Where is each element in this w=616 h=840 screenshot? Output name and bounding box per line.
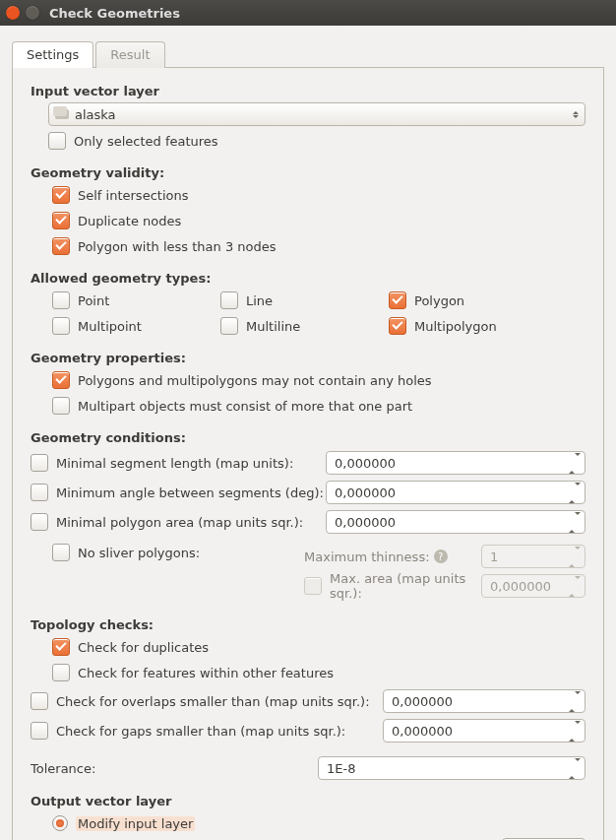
self-intersections-label: Self intersections [78,188,188,203]
min-area-checkbox[interactable] [31,513,48,531]
multipolygon-checkbox[interactable] [389,317,406,335]
no-sliver-checkbox[interactable] [52,544,70,561]
min-segment-label: Minimal segment length (map units): [56,456,293,471]
line-checkbox[interactable] [220,291,238,309]
duplicates-label: Check for duplicates [78,640,209,655]
tab-settings[interactable]: Settings [12,41,93,68]
duplicate-nodes-checkbox[interactable] [52,212,70,229]
max-area-spin: 0,000000 [481,574,585,598]
polygon-lt3-label: Polygon with less than 3 nodes [78,239,277,254]
self-intersections-checkbox[interactable] [52,186,70,204]
input-layer-combo[interactable]: alaska [48,102,585,126]
only-selected-checkbox[interactable] [48,132,66,150]
modify-input-label: Modify input layer [76,816,195,831]
gaps-label: Check for gaps smaller than (map units s… [56,724,345,739]
polygon-checkbox[interactable] [389,291,406,309]
multipart-label: Multipart objects must consist of more t… [78,399,412,414]
gaps-spin[interactable]: 0,000000 [383,719,585,743]
layer-icon [55,109,69,119]
dropdown-handle-icon [571,111,581,118]
max-area-label: Max. area (map units sqr.): [330,571,481,601]
section-output: Output vector layer [31,794,585,808]
multiline-label: Multiline [246,319,300,334]
max-area-checkbox [304,577,322,595]
point-label: Point [78,293,109,308]
min-angle-label: Minimum angle between segments (deg): [56,485,324,500]
section-topology: Topology checks: [31,617,585,632]
line-label: Line [246,293,273,308]
multipart-checkbox[interactable] [52,397,70,415]
section-input-layer: Input vector layer [31,84,585,98]
min-segment-spin[interactable]: 0,000000 [326,451,585,475]
help-icon[interactable]: ? [434,549,448,563]
overlaps-checkbox[interactable] [31,692,48,710]
modify-input-radio[interactable] [52,815,68,831]
titlebar: Check Geometries [0,0,616,26]
window-title: Check Geometries [49,6,180,21]
duplicate-nodes-label: Duplicate nodes [78,214,181,228]
settings-panel: Input vector layer alaska Only selected … [12,68,604,840]
tolerance-label: Tolerance: [31,761,95,776]
section-properties: Geometry properties: [31,351,585,365]
tab-result: Result [95,41,164,68]
min-angle-spin[interactable]: 0,000000 [326,481,585,504]
within-checkbox[interactable] [52,664,70,681]
within-label: Check for features within other features [78,666,334,680]
max-thinness-label: Maximum thinness: [304,549,430,564]
input-layer-value: alaska [75,107,116,122]
no-holes-checkbox[interactable] [52,371,70,389]
tolerance-spin[interactable]: 1E-8 [318,756,585,780]
multipoint-checkbox[interactable] [52,317,70,335]
min-angle-checkbox[interactable] [31,484,48,501]
section-allowed: Allowed geometry types: [31,271,585,286]
no-holes-label: Polygons and multipolygons may not conta… [78,373,432,388]
overlaps-spin[interactable]: 0,000000 [383,689,585,713]
section-validity: Geometry validity: [31,165,585,180]
polygon-label: Polygon [414,293,464,308]
tab-bar: Settings Result [12,39,604,68]
gaps-checkbox[interactable] [31,722,48,740]
point-checkbox[interactable] [52,291,70,309]
duplicates-checkbox[interactable] [52,638,70,656]
multipolygon-label: Multipolygon [414,319,497,334]
min-segment-checkbox[interactable] [31,454,48,472]
section-conditions: Geometry conditions: [31,430,585,445]
max-thinness-spin: 1 [481,545,585,568]
window-close-icon[interactable] [6,6,20,20]
multipoint-label: Multipoint [78,319,142,334]
window-minimize-icon[interactable] [26,6,39,20]
multiline-checkbox[interactable] [220,317,238,335]
overlaps-label: Check for overlaps smaller than (map uni… [56,694,370,709]
min-area-label: Minimal polygon area (map units sqr.): [56,515,303,530]
only-selected-label: Only selected features [74,134,218,149]
min-area-spin[interactable]: 0,000000 [326,510,585,534]
no-sliver-label: No sliver polygons: [78,546,200,560]
polygon-lt3-checkbox[interactable] [52,237,70,255]
